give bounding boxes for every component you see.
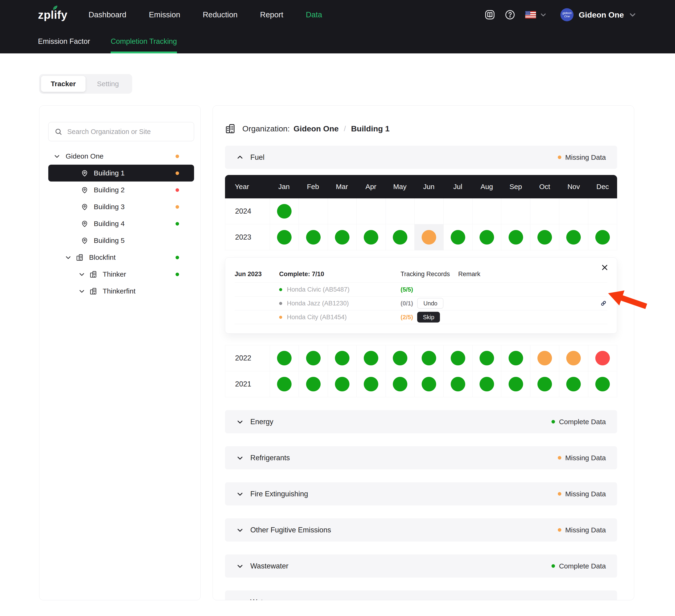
- month-cell-apr-2023[interactable]: [357, 225, 385, 250]
- tree-item-thinker[interactable]: Thinker: [48, 266, 194, 283]
- month-cell-nov-2024[interactable]: [559, 198, 588, 224]
- month-cell-sep-2024[interactable]: [501, 198, 530, 224]
- user-menu-chevron-down-icon[interactable]: [628, 10, 637, 19]
- month-cell-aug-2023[interactable]: [472, 225, 501, 250]
- month-cell-may-2023[interactable]: [386, 225, 415, 250]
- chevron-down-icon: [236, 454, 244, 462]
- user-avatar[interactable]: gideon One: [560, 8, 574, 21]
- month-cell-aug-2024[interactable]: [472, 198, 501, 224]
- section-header-fire-extinguishing[interactable]: Fire ExtinguishingMissing Data: [225, 482, 617, 506]
- month-cell-sep-2023[interactable]: [501, 225, 530, 250]
- nav-item-dashboard[interactable]: Dashboard: [89, 10, 126, 19]
- section-header-other-fugitive-emissions[interactable]: Other Fugitive EmissionsMissing Data: [225, 518, 617, 541]
- month-cell-nov-2021[interactable]: [559, 371, 588, 397]
- month-cell-jan-2023[interactable]: [270, 225, 299, 250]
- tree-item-building-2[interactable]: Building 2: [48, 181, 194, 198]
- close-icon[interactable]: [601, 264, 608, 271]
- tree-item-building-5[interactable]: Building 5: [48, 232, 194, 249]
- tracking-records-count: (2/5): [400, 314, 413, 321]
- section-header-fuel[interactable]: Fuel Missing Data: [225, 146, 617, 169]
- month-cell-oct-2022[interactable]: [530, 345, 559, 371]
- subnav-item-completion-tracking[interactable]: Completion Tracking: [110, 29, 177, 54]
- month-cell-jun-2024[interactable]: [415, 198, 443, 224]
- month-cell-oct-2024[interactable]: [530, 198, 559, 224]
- status-text: Complete Data: [559, 562, 606, 570]
- undo-button[interactable]: Undo: [417, 298, 443, 309]
- section-header-refrigerants[interactable]: RefrigerantsMissing Data: [225, 446, 617, 469]
- month-cell-apr-2022[interactable]: [357, 345, 385, 371]
- nav-item-emission[interactable]: Emission: [149, 10, 180, 19]
- month-cell-aug-2022[interactable]: [472, 345, 501, 371]
- month-cell-jun-2023[interactable]: [415, 225, 443, 250]
- month-cell-jan-2021[interactable]: [270, 371, 299, 397]
- tree-item-blockfint[interactable]: Blockfint: [48, 249, 194, 266]
- tracking-records-count: (0/1): [400, 300, 413, 307]
- vehicle-status-dot: [279, 288, 282, 291]
- month-cell-aug-2021[interactable]: [472, 371, 501, 397]
- nav-item-report[interactable]: Report: [260, 10, 283, 19]
- organization-tree-panel: Gideon OneBuilding 1Building 2Building 3…: [39, 105, 201, 600]
- skip-button[interactable]: Skip: [417, 312, 440, 323]
- month-cell-jan-2022[interactable]: [270, 345, 299, 371]
- month-cell-jul-2021[interactable]: [443, 371, 472, 397]
- organization-name[interactable]: Gideon One: [293, 124, 339, 133]
- month-cell-feb-2023[interactable]: [299, 225, 327, 250]
- month-cell-oct-2023[interactable]: [530, 225, 559, 250]
- month-cell-dec-2024[interactable]: [588, 198, 617, 224]
- app-logo[interactable]: zplify: [38, 8, 68, 21]
- docs-book-icon[interactable]: [484, 9, 495, 20]
- chevron-down-icon: [236, 526, 244, 534]
- month-cell-jun-2022[interactable]: [415, 345, 443, 371]
- column-mar: Mar: [327, 183, 357, 191]
- nav-item-data[interactable]: Data: [306, 10, 322, 19]
- month-cell-dec-2023[interactable]: [588, 225, 617, 250]
- help-icon[interactable]: [505, 9, 515, 20]
- month-cell-apr-2024[interactable]: [357, 198, 385, 224]
- column-jun: Jun: [415, 183, 443, 191]
- tree-item-building-1[interactable]: Building 1: [48, 165, 194, 181]
- nav-item-reduction[interactable]: Reduction: [203, 10, 238, 19]
- tab-setting[interactable]: Setting: [85, 76, 130, 92]
- month-status-dot: [537, 377, 552, 391]
- section-header-water[interactable]: Water: [225, 591, 617, 600]
- month-status-dot: [306, 351, 321, 365]
- month-cell-jan-2024[interactable]: [270, 198, 299, 224]
- month-cell-oct-2021[interactable]: [530, 371, 559, 397]
- month-cell-mar-2021[interactable]: [328, 371, 357, 397]
- month-cell-dec-2021[interactable]: [588, 371, 617, 397]
- section-title: Energy: [250, 418, 273, 426]
- tree-item-thinkerfint[interactable]: Thinkerfint: [48, 283, 194, 299]
- month-cell-jul-2024[interactable]: [443, 198, 472, 224]
- month-cell-feb-2021[interactable]: [299, 371, 327, 397]
- month-cell-jun-2021[interactable]: [415, 371, 443, 397]
- search-input[interactable]: [67, 128, 188, 136]
- language-flag-us-icon[interactable]: [525, 11, 536, 18]
- month-cell-may-2022[interactable]: [386, 345, 415, 371]
- month-cell-nov-2023[interactable]: [559, 225, 588, 250]
- site-name: Building 1: [351, 124, 389, 133]
- month-cell-jul-2023[interactable]: [443, 225, 472, 250]
- tree-item-building-4[interactable]: Building 4: [48, 215, 194, 232]
- month-cell-may-2024[interactable]: [386, 198, 415, 224]
- month-cell-feb-2024[interactable]: [299, 198, 327, 224]
- month-cell-mar-2023[interactable]: [328, 225, 357, 250]
- month-cell-nov-2022[interactable]: [559, 345, 588, 371]
- month-cell-mar-2022[interactable]: [328, 345, 357, 371]
- month-cell-apr-2021[interactable]: [357, 371, 385, 397]
- tree-item-building-3[interactable]: Building 3: [48, 198, 194, 215]
- month-cell-feb-2022[interactable]: [299, 345, 327, 371]
- chevron-up-icon: [236, 154, 244, 161]
- section-header-wastewater[interactable]: WastewaterComplete Data: [225, 554, 617, 578]
- tab-tracker[interactable]: Tracker: [41, 76, 85, 92]
- month-cell-sep-2022[interactable]: [501, 345, 530, 371]
- subnav-item-emission-factor[interactable]: Emission Factor: [38, 29, 90, 54]
- month-cell-may-2021[interactable]: [386, 371, 415, 397]
- tree-item-gideon-one[interactable]: Gideon One: [48, 148, 194, 165]
- month-cell-jul-2022[interactable]: [443, 345, 472, 371]
- month-cell-mar-2024[interactable]: [328, 198, 357, 224]
- language-chevron-down-icon[interactable]: [539, 11, 547, 19]
- month-cell-sep-2021[interactable]: [501, 371, 530, 397]
- month-cell-dec-2022[interactable]: [588, 345, 617, 371]
- tracking-records-cell: (2/5)Skip: [400, 312, 458, 323]
- section-header-energy[interactable]: EnergyComplete Data: [225, 410, 617, 433]
